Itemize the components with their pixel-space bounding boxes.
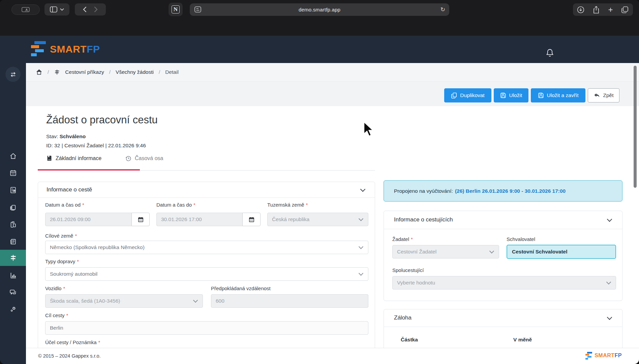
back-button[interactable]: Zpět [588, 88, 619, 102]
favorites-bar: ✳ R SmartFP [0, 19, 639, 36]
sidebar-item-documents[interactable] [0, 200, 26, 215]
scrollbar-thumb[interactable] [634, 66, 637, 188]
save-and-close-button[interactable]: Uložit a zavřít [531, 88, 585, 102]
collapse-chevron-icon[interactable] [607, 315, 612, 320]
status-value: Schváleno [60, 133, 86, 139]
signpost-icon [54, 69, 60, 75]
transport-select[interactable]: Soukromý automobil [45, 267, 368, 281]
sidebar-item-home[interactable] [0, 149, 26, 163]
field-label-applicant: Žadatel* [392, 236, 413, 242]
copyright: © 2015 – 2024 Gappex s.r.o. [38, 353, 101, 359]
notion-icon: N [172, 5, 180, 13]
field-label-date-to: Datum a čas do* [156, 202, 195, 208]
collapse-chevron-icon[interactable] [360, 187, 366, 192]
breadcrumb-current: Detail [165, 69, 179, 75]
app-header: SMARTFP Řehák Miroslav [0, 36, 639, 63]
chevron-down-icon [193, 298, 198, 303]
url-bar[interactable]: demo.smartfp.app ↻ [190, 3, 449, 16]
approver-value: Cestovní Schvalovatel [507, 245, 616, 259]
breadcrumb: / Cestovní příkazy / Všechny žádosti / D… [26, 63, 639, 82]
save-button[interactable]: Uložit [494, 88, 528, 102]
calendar-icon [248, 216, 255, 223]
forward-icon[interactable] [94, 6, 98, 12]
sidebar-toggle-button[interactable] [44, 3, 69, 16]
field-label-approver: Schvalovatel [507, 236, 535, 242]
reload-icon[interactable]: ↻ [440, 6, 445, 13]
chat-icon [9, 289, 17, 296]
sidebar-item-news[interactable] [0, 234, 26, 249]
smartfp-logo-mark [585, 352, 592, 360]
sidebar-item-settings[interactable] [0, 302, 26, 316]
chrome-right-buttons: + [573, 3, 633, 16]
date-to-calendar-button[interactable] [242, 213, 261, 226]
advance-col-currency: V měně [513, 337, 532, 343]
breadcrumb-link-travel-orders[interactable]: Cestovní příkazy [65, 69, 104, 75]
book-icon [46, 155, 53, 161]
date-from-input[interactable]: 26.01.2026 09:00 [45, 213, 132, 226]
date-from-calendar-button[interactable] [131, 213, 150, 226]
expense-report-link[interactable]: (26) Berlin 26.01.2026 9:00 - 30.01.2026… [455, 188, 566, 194]
browser-toolbar: N demo.smartfp.app ↻ + [0, 0, 639, 19]
sidebar-item-statistics[interactable] [0, 268, 26, 283]
applicant-select[interactable]: Cestovní Žadatel [392, 245, 499, 259]
field-label-vehicle: Vozidlo* [45, 285, 65, 291]
distance-input[interactable]: 600 [211, 294, 368, 308]
swap-icon [9, 71, 17, 78]
tab-timeline[interactable]: Časová osa [125, 155, 163, 162]
status-line: Stav: Schváleno [46, 133, 86, 140]
sidebar-collapse-button[interactable] [5, 67, 21, 82]
chevron-down-icon [359, 271, 363, 276]
page-title: Žádost o pracovní cestu [46, 114, 158, 126]
share-icon[interactable] [593, 6, 600, 14]
domestic-country-select[interactable]: Česká republika [267, 213, 368, 226]
advance-col-amount: Částka [401, 337, 418, 343]
sidebar-item-travel-orders[interactable] [0, 250, 26, 266]
browser-window: N demo.smartfp.app ↻ + ✳ R [0, 0, 639, 364]
history-icon [125, 155, 132, 162]
sidebar-item-clipboard[interactable] [0, 217, 26, 232]
sidebar-item-calendar[interactable] [0, 165, 26, 180]
home-icon [9, 152, 17, 160]
field-label-transport: Typy dopravy* [45, 259, 79, 264]
notion-extension-button[interactable]: N [169, 3, 183, 16]
home-icon[interactable] [36, 69, 42, 75]
window-controls[interactable] [11, 4, 40, 15]
field-label-co-travelers: Spolucestující [392, 267, 424, 273]
co-travelers-select[interactable]: Vyberte hodnotu [392, 276, 616, 290]
report-icon [9, 186, 17, 194]
sidebar-item-messages[interactable] [0, 285, 26, 300]
bar-chart-icon [9, 272, 17, 279]
travelers-card: Informace o cestujících Žadatel* Schvalo… [384, 211, 622, 301]
screen-indicator-icon [22, 7, 30, 12]
dest-country-select[interactable]: Německo (Spolková republika Německo) [45, 241, 368, 254]
chevron-down-icon [489, 249, 494, 253]
sidebar-item-report[interactable] [0, 183, 26, 198]
documents-icon [9, 204, 17, 211]
duplicate-button[interactable]: Duplikovat [444, 88, 491, 102]
new-tab-icon[interactable]: + [608, 5, 613, 14]
field-label-domestic-country: Tuzemská země* [267, 202, 308, 208]
field-label-dest-country: Cílové země* [45, 233, 77, 239]
breadcrumb-link-all-requests[interactable]: Všechny žádosti [116, 69, 154, 75]
banner-prefix: Propojeno na vyúčtování: [394, 188, 453, 194]
chevron-down-icon [359, 244, 363, 249]
active-tab-indicator [38, 169, 140, 171]
collapse-chevron-icon[interactable] [607, 217, 612, 222]
smartfp-logo-mark [31, 41, 46, 56]
chevron-down-icon [60, 8, 64, 11]
reader-icon[interactable] [194, 6, 201, 12]
save-icon [538, 92, 544, 98]
field-label-date-from: Datum a čas od* [45, 202, 84, 208]
download-icon[interactable] [577, 6, 584, 13]
trip-card-title: Informace o cestě [47, 186, 92, 193]
field-label-destination: Cíl cesty* [45, 312, 68, 318]
back-icon[interactable] [83, 6, 87, 12]
linked-expense-banner: Propojeno na vyúčtování: (26) Berlin 26.… [384, 180, 622, 202]
bell-icon[interactable] [545, 48, 554, 58]
vehicle-select[interactable]: Škoda scala, šedá (1A0-3456) [45, 294, 203, 308]
destination-input[interactable]: Berlin [45, 321, 368, 335]
tab-basic-info[interactable]: Základní informace [46, 155, 101, 161]
meta-line: ID: 32 | Cestovní Žadatel | 22.01.2026 9… [46, 143, 146, 149]
date-to-input[interactable]: 30.01.2026 17:00 [156, 213, 243, 226]
tabs-overview-icon[interactable] [621, 6, 629, 13]
